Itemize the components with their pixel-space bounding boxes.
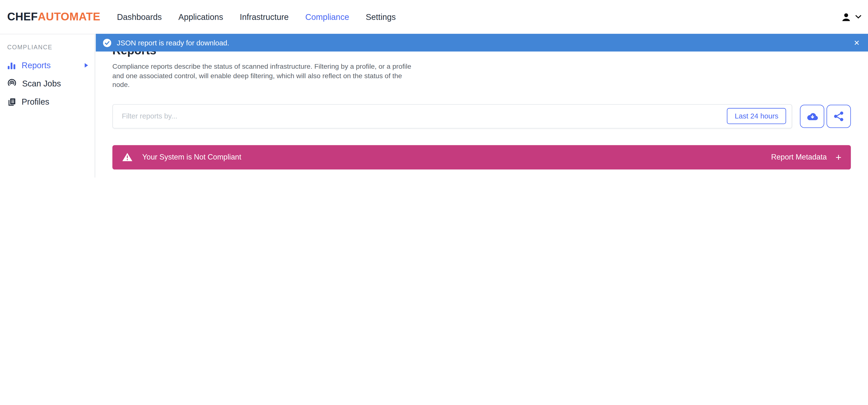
nav-compliance[interactable]: Compliance xyxy=(305,12,349,22)
primary-nav: Dashboards Applications Infrastructure C… xyxy=(117,12,412,22)
submenu-arrow-icon xyxy=(85,63,88,67)
compliance-sidebar: COMPLIANCE Reports Scan Jobs xyxy=(0,34,95,177)
brand-automate: AUTOMATE xyxy=(38,10,100,23)
sidebar-item-label: Scan Jobs xyxy=(22,79,61,88)
reports-header-section: Reports Compliance reports describe the … xyxy=(96,34,868,177)
chef-automate-logo[interactable]: CHEFAUTOMATE xyxy=(7,10,100,23)
filter-toolbar: Last 24 hours xyxy=(112,104,851,128)
scanner-icon xyxy=(7,79,17,88)
chevron-down-icon xyxy=(856,15,862,19)
main-content: Reports Compliance reports describe the … xyxy=(96,34,868,177)
close-icon[interactable]: ✕ xyxy=(852,38,861,47)
share-report-button[interactable] xyxy=(827,105,851,128)
warning-triangle-icon xyxy=(122,152,133,162)
nav-settings[interactable]: Settings xyxy=(366,12,396,22)
nav-infrastructure[interactable]: Infrastructure xyxy=(240,12,289,22)
sidebar-item-label: Reports xyxy=(22,60,51,70)
sidebar-item-profiles[interactable]: Profiles xyxy=(0,92,95,111)
sidebar-section-label: COMPLIANCE xyxy=(7,44,95,50)
cloud-download-icon xyxy=(806,111,818,121)
notification-banner: JSON report is ready for download. ✕ xyxy=(96,34,868,52)
share-icon xyxy=(833,111,844,122)
filter-reports-input[interactable] xyxy=(113,105,792,128)
sidebar-item-reports[interactable]: Reports xyxy=(0,56,95,74)
time-range-button[interactable]: Last 24 hours xyxy=(727,108,786,124)
app-window: CHEFAUTOMATE Dashboards Applications Inf… xyxy=(0,0,868,177)
brand-chef: CHEF xyxy=(7,10,38,23)
user-menu[interactable] xyxy=(841,0,861,34)
download-report-button[interactable] xyxy=(800,105,824,128)
sidebar-item-label: Profiles xyxy=(22,97,49,106)
plus-icon: + xyxy=(836,152,842,162)
filter-box: Last 24 hours xyxy=(112,104,792,128)
person-icon xyxy=(841,12,851,22)
sidebar-item-scan-jobs[interactable]: Scan Jobs xyxy=(0,74,95,92)
bar-chart-icon xyxy=(7,61,16,69)
report-metadata-label: Report Metadata xyxy=(771,153,827,161)
page-description: Compliance reports describe the status o… xyxy=(112,62,414,90)
top-navigation: CHEFAUTOMATE Dashboards Applications Inf… xyxy=(0,0,868,34)
compliance-alert-banner: Your System is Not Compliant Report Meta… xyxy=(112,145,851,169)
alert-message: Your System is Not Compliant xyxy=(142,153,241,161)
notification-message: JSON report is ready for download. xyxy=(117,38,229,47)
nav-applications[interactable]: Applications xyxy=(178,12,223,22)
nav-dashboards[interactable]: Dashboards xyxy=(117,12,162,22)
check-circle-icon xyxy=(103,38,111,47)
report-metadata-toggle[interactable]: Report Metadata + xyxy=(771,152,842,162)
documents-icon xyxy=(7,97,16,106)
